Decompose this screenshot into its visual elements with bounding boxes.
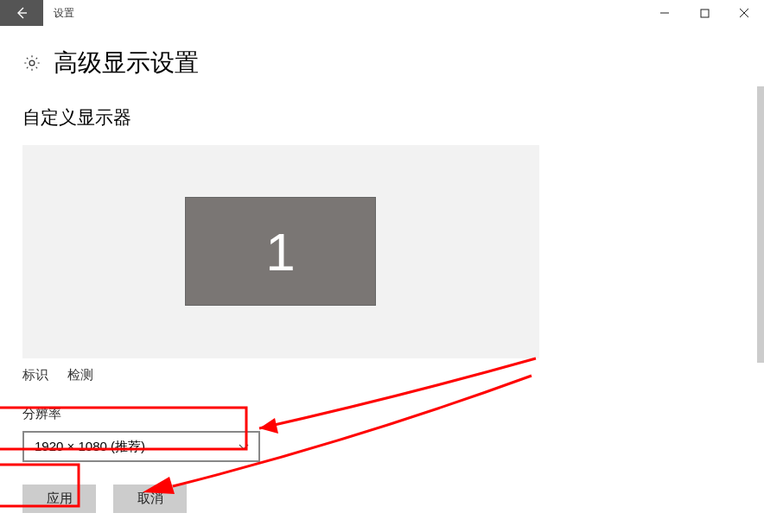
section-title: 自定义显示器	[22, 105, 742, 130]
page-header: 高级显示设置	[22, 47, 742, 79]
page-title: 高级显示设置	[54, 47, 199, 79]
scrollbar[interactable]	[757, 86, 764, 363]
maximize-button[interactable]	[684, 0, 724, 26]
detect-link[interactable]: 检测	[67, 367, 93, 383]
maximize-icon	[700, 9, 710, 18]
app-title: 设置	[43, 0, 74, 26]
resolution-value: 1920 × 1080 (推荐)	[35, 439, 145, 455]
svg-point-1	[29, 60, 35, 66]
window-controls	[645, 0, 764, 26]
monitor-preview-area[interactable]: 1	[22, 145, 539, 358]
minimize-icon	[659, 8, 670, 18]
back-button[interactable]	[0, 0, 43, 26]
chevron-down-icon	[238, 440, 250, 453]
minimize-button[interactable]	[645, 0, 684, 26]
cancel-button[interactable]: 取消	[113, 484, 187, 513]
button-row: 应用 取消	[22, 484, 742, 513]
apply-button[interactable]: 应用	[22, 484, 96, 513]
close-icon	[739, 8, 749, 18]
monitor-actions: 标识 检测	[22, 367, 742, 383]
titlebar: 设置	[0, 0, 764, 26]
identify-link[interactable]: 标识	[22, 367, 48, 383]
resolution-label: 分辨率	[22, 406, 742, 422]
content-area: 高级显示设置 自定义显示器 1 标识 检测 分辨率 1920 × 1080 (推…	[0, 26, 764, 532]
svg-rect-0	[701, 10, 709, 17]
gear-icon	[22, 54, 41, 73]
resolution-dropdown[interactable]: 1920 × 1080 (推荐)	[22, 431, 260, 462]
close-button[interactable]	[724, 0, 764, 26]
monitor-1[interactable]: 1	[186, 198, 375, 305]
arrow-left-icon	[14, 5, 29, 21]
